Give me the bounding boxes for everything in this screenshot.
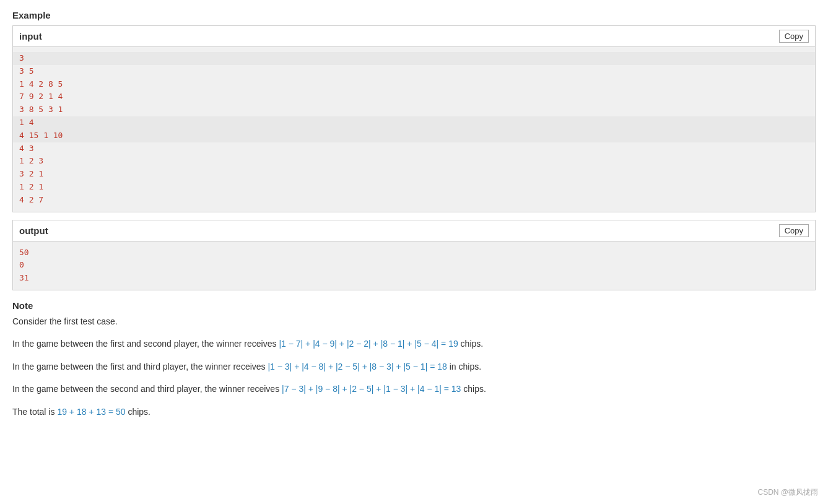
output-block: output Copy 50 0 31: [12, 220, 816, 290]
input-line-2: 3 5: [19, 65, 809, 78]
output-line-3: 31: [19, 272, 809, 285]
note-para-0: Consider the first test case.: [12, 315, 816, 328]
input-line-4: 7 9 2 1 4: [19, 90, 809, 103]
output-line-1: 50: [19, 246, 809, 259]
input-line-9: 1 2 3: [19, 155, 809, 168]
note-para-4: The total is 19 + 18 + 13 = 50 chips.: [12, 405, 816, 419]
input-line-10: 3 2 1: [19, 168, 809, 181]
input-line-3: 1 4 2 8 5: [19, 78, 809, 91]
input-copy-button[interactable]: Copy: [779, 30, 809, 43]
input-line-5: 3 8 5 3 1: [19, 103, 809, 116]
output-line-2: 0: [19, 259, 809, 272]
input-line-11: 1 2 1: [19, 181, 809, 194]
example-title: Example: [12, 10, 816, 20]
note-para-1: In the game between the first and second…: [12, 337, 816, 350]
math-expr-1: |1 − 7| + |4 − 9| + |2 − 2| + |8 − 1| + …: [279, 339, 458, 349]
input-line-7: 4 15 1 10: [13, 129, 815, 142]
input-line-12: 4 2 7: [19, 194, 809, 207]
output-copy-button[interactable]: Copy: [779, 224, 809, 237]
output-content: 50 0 31: [13, 241, 815, 290]
math-expr-3: |7 − 3| + |9 − 8| + |2 − 5| + |1 − 3| + …: [282, 384, 461, 394]
input-content: 3 3 5 1 4 2 8 5 7 9 2 1 4 3 8 5 3 1 1 4 …: [13, 47, 815, 212]
note-title: Note: [12, 300, 816, 311]
note-para-3: In the game between the second and third…: [12, 382, 816, 396]
math-expr-2: |1 − 3| + |4 − 8| + |2 − 5| + |8 − 3| + …: [268, 362, 447, 371]
input-block: input Copy 3 3 5 1 4 2 8 5 7 9 2 1 4 3 8…: [12, 25, 816, 212]
input-header: input Copy: [13, 26, 815, 47]
input-line-8: 4 3: [19, 142, 809, 155]
example-section: Example input Copy 3 3 5 1 4 2 8 5 7 9 2…: [12, 10, 816, 290]
output-header: output Copy: [13, 220, 815, 241]
output-label: output: [19, 225, 48, 236]
input-line-1: 3: [13, 52, 815, 65]
input-line-6: 1 4: [13, 116, 815, 129]
input-label: input: [19, 31, 42, 41]
note-section: Note Consider the first test case. In th…: [12, 300, 816, 419]
note-para-2: In the game between the first and third …: [12, 360, 816, 373]
math-total: 19 + 18 + 13 = 50: [57, 407, 125, 417]
